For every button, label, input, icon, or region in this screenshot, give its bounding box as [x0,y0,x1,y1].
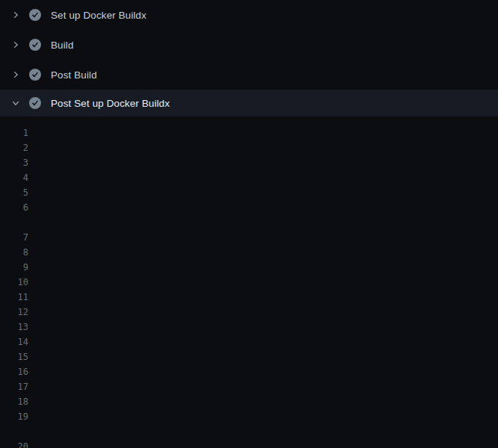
log-line: 18time="2021-04-23T18:02:38Z" level=debu… [0,394,498,409]
chevron-right-icon[interactable] [9,9,22,21]
log-line: 7time="2021-04-23T18:02:37Z" level=warni… [0,230,498,245]
step-label: Build [51,40,74,51]
log-line: 5time="2021-04-23T18:02:37Z" level=warni… [0,185,498,200]
log-line-number[interactable]: 8 [0,245,28,260]
step-post-build[interactable]: Post Build [0,60,498,90]
actions-log-viewer: Set up Docker Buildx Build Post Build [0,0,498,448]
log-line-number[interactable]: 10 [0,275,28,290]
log-line-number[interactable]: 4 [0,170,28,185]
check-circle-icon [29,97,41,109]
log-line-number[interactable]: 19 [0,409,28,424]
log-line: 15time="2021-04-23T18:02:38Z" level=debu… [0,349,498,364]
log-line-number[interactable]: 12 [0,305,28,320]
log-line-number[interactable]: 15 [0,349,28,364]
check-circle-icon [29,69,41,81]
log-line-continuation: linux/riscv64 linux/ppc64le linux/s390x … [0,215,498,230]
log-line: 1Post job cleanup. [0,125,498,140]
log-line-number[interactable]: 18 [0,394,28,409]
log-line: 20time="2021-04-23T18:02:38Z" level=debu… [0,439,498,448]
step-set-up-docker-buildx[interactable]: Set up Docker Buildx [0,0,498,30]
log-line-number[interactable]: 6 [0,200,28,215]
log-line: 9time="2021-04-23T18:02:37Z" level=warni… [0,260,498,275]
step-build[interactable]: Build [0,30,498,60]
log-line-number[interactable]: 14 [0,335,28,349]
log-line: 19time="2021-04-23T18:02:38Z" level=debu… [0,409,498,424]
log-line: 12time="2021-04-23T18:02:38Z" level=debu… [0,305,498,320]
step-label: Post Set up Docker Buildx [51,98,169,109]
log-line: 17time="2021-04-23T18:02:38Z" level=debu… [0,379,498,394]
log-line-group-header[interactable]: 2▼BuildKit container logs [0,140,498,155]
log-line-number[interactable]: 5 [0,185,28,200]
log-line-number[interactable]: 17 [0,379,28,394]
check-circle-icon [29,9,41,21]
chevron-right-icon[interactable] [9,39,22,51]
chevron-right-icon[interactable] [9,69,22,81]
log-line: 6time="2021-04-23T18:02:37Z" level=info … [0,200,498,215]
step-label: Set up Docker Buildx [51,10,146,21]
log-line: 10time="2021-04-23T18:02:37Z" level=info… [0,275,498,290]
log-line: 16time="2021-04-23T18:02:38Z" level=debu… [0,364,498,379]
log-line-number[interactable]: 9 [0,260,28,275]
log-line-number[interactable]: 11 [0,290,28,305]
log-line: 13time="2021-04-23T18:02:38Z" level=debu… [0,320,498,335]
log-line: 8time="2021-04-23T18:02:37Z" level=info … [0,245,498,260]
log-output: 1Post job cleanup. 2▼BuildKit container … [0,116,498,448]
steps-list: Set up Docker Buildx Build Post Build [0,0,498,116]
log-line-number[interactable]: 1 [0,125,28,140]
log-line: 11time="2021-04-23T18:02:38Z" level=debu… [0,290,498,305]
log-line-continuation: application/vnd.oci.image.index.v1+json,… [0,424,498,439]
log-line-number[interactable]: 7 [0,230,28,245]
log-line: 14time="2021-04-23T18:02:38Z" level=debu… [0,335,498,349]
log-line-number[interactable]: 2 [0,140,28,155]
chevron-down-icon[interactable] [9,97,22,109]
log-line-number[interactable]: 13 [0,320,28,335]
step-label: Post Build [51,69,97,81]
log-line-command: 3/usr/bin/docker logs buildx_buildkit_bu… [0,155,498,170]
log-line-number[interactable]: 3 [0,155,28,170]
check-circle-icon [29,39,41,51]
log-line-number[interactable]: 20 [0,439,28,448]
log-line-number[interactable]: 16 [0,364,28,379]
log-line: 4time="2021-04-23T18:02:37Z" level=info … [0,170,498,185]
step-post-set-up-docker-buildx[interactable]: Post Set up Docker Buildx [0,90,498,116]
